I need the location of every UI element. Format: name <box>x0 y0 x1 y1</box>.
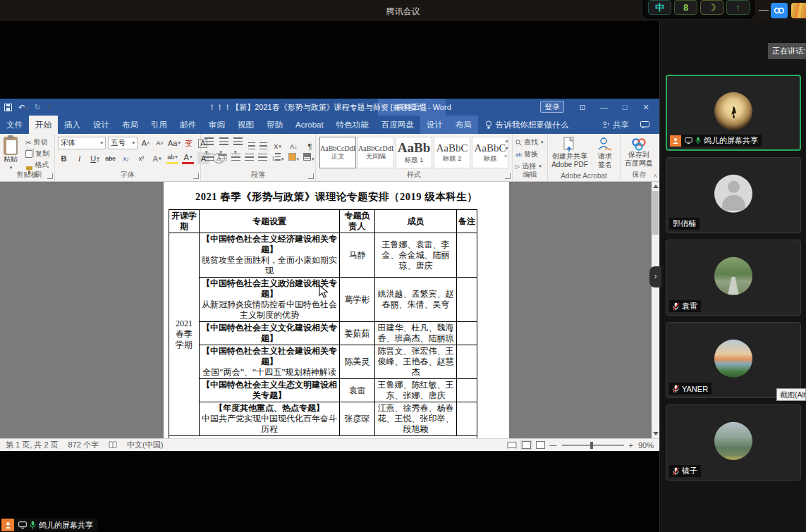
minimize-icon[interactable]: — <box>759 4 769 15</box>
style-heading1[interactable]: AaBb 标题 1 <box>396 137 432 168</box>
participant-tile[interactable]: 镜子 <box>666 404 801 481</box>
tab-review[interactable]: 审阅 <box>202 116 231 134</box>
tab-view[interactable]: 视图 <box>231 116 260 134</box>
text-effects-button[interactable]: A▾ <box>151 152 163 164</box>
zoom-level[interactable]: 90% <box>638 441 654 450</box>
baidu-save-button[interactable]: 保存到 百度网盘 <box>623 137 655 168</box>
style-scroll-up-icon[interactable]: ▲ <box>504 138 509 143</box>
change-case-button[interactable]: Aa▾ <box>168 137 181 149</box>
style-scroll-down-icon[interactable]: ▼ <box>504 146 509 151</box>
tab-special-features[interactable]: 特色功能 <box>330 116 375 134</box>
scroll-down-icon[interactable] <box>653 432 659 435</box>
tab-acrobat[interactable]: Acrobat <box>289 116 330 134</box>
styles-dialog-launcher-icon[interactable] <box>505 173 511 179</box>
word-scrollbar[interactable] <box>652 182 659 438</box>
tell-me-box[interactable]: 告诉我你想要做什么 <box>478 116 576 134</box>
participant-tile[interactable]: 袁雷 <box>666 240 801 316</box>
sidebar-collapse-handle[interactable]: › <box>649 266 661 287</box>
align-justify-icon[interactable] <box>245 154 254 161</box>
increase-indent-icon[interactable] <box>259 142 267 150</box>
scroll-up-icon[interactable] <box>653 185 659 188</box>
font-size-combo[interactable]: 五号▾ <box>108 137 138 149</box>
tab-design[interactable]: 设计 <box>87 116 116 134</box>
zoom-slider-thumb[interactable] <box>590 442 593 449</box>
tab-insert[interactable]: 插入 <box>58 116 87 134</box>
copy-button[interactable]: 复制 <box>25 149 54 159</box>
highlight-button[interactable]: ab▾ <box>166 152 178 164</box>
redo-icon[interactable]: ↻ <box>35 103 41 112</box>
asian-layout-button[interactable]: X▾ <box>271 140 283 152</box>
login-button[interactable]: 登录 <box>540 101 564 113</box>
strikethrough-button[interactable]: abc <box>104 152 116 164</box>
paragraph-dialog-launcher-icon[interactable] <box>308 173 314 179</box>
print-layout-icon[interactable] <box>522 441 531 449</box>
tab-baidu-netdisk[interactable]: 百度网盘 <box>375 116 420 134</box>
tray-app-icon[interactable] <box>771 3 788 18</box>
decrease-indent-icon[interactable] <box>248 142 256 150</box>
comment-icon[interactable] <box>640 121 649 129</box>
participant-tile[interactable]: 鸽儿的屏幕共享 <box>666 75 801 151</box>
sort-button[interactable]: A↓ <box>288 140 300 152</box>
overlay-key-moon[interactable]: ☽ <box>700 0 723 15</box>
phonetic-guide-button[interactable]: 变 <box>183 137 195 149</box>
tab-home[interactable]: 开始 <box>29 116 58 134</box>
read-mode-icon[interactable] <box>507 441 517 449</box>
collapse-ribbon-icon[interactable]: ˄ <box>654 173 657 180</box>
zoom-slider[interactable] <box>562 445 624 446</box>
word-maximize-icon[interactable]: □ <box>615 99 635 116</box>
find-button[interactable]: 查找▾ <box>515 137 544 147</box>
align-right-icon[interactable] <box>231 154 240 161</box>
tab-table-layout[interactable]: 布局 <box>449 116 478 134</box>
tab-file[interactable]: 文件 <box>0 116 29 134</box>
font-name-combo[interactable]: 宋体▾ <box>58 137 106 149</box>
proofing-book-icon[interactable] <box>109 441 117 449</box>
language-indicator[interactable]: 中文(中国) <box>127 440 163 450</box>
zoom-out-icon[interactable]: — <box>550 441 557 449</box>
word-minimize-icon[interactable]: — <box>594 99 613 116</box>
clipboard-dialog-launcher-icon[interactable] <box>47 173 53 179</box>
style-normal[interactable]: AaBbCcDdI 正文 <box>319 137 356 168</box>
tab-layout[interactable]: 布局 <box>116 116 145 134</box>
replace-button[interactable]: ab 替换 <box>515 149 544 159</box>
style-title[interactable]: AaBbC 标题 <box>472 137 508 168</box>
save-icon[interactable] <box>4 104 12 111</box>
share-button[interactable]: 共享 <box>602 120 629 130</box>
cut-button[interactable]: ✂剪切 <box>25 137 54 147</box>
align-left-icon[interactable] <box>204 154 214 161</box>
qat-customize-icon[interactable]: ▾ <box>48 104 51 110</box>
scrollbar-thumb[interactable] <box>652 191 659 235</box>
tab-help[interactable]: 帮助 <box>260 116 289 134</box>
subscript-button[interactable]: x₂ <box>120 152 132 164</box>
tab-table-design[interactable]: 设计 <box>420 116 449 134</box>
request-sign-button[interactable]: 请求 签名 <box>592 137 618 169</box>
shrink-font-button[interactable]: A˅ <box>154 137 166 149</box>
borders-button[interactable]: ▾ <box>303 153 315 162</box>
web-layout-icon[interactable] <box>536 441 545 449</box>
paste-button[interactable]: 粘贴▾ <box>4 137 18 172</box>
underline-button[interactable]: U▾ <box>89 152 101 164</box>
participant-tile[interactable]: 郭俏楠 <box>666 157 801 233</box>
create-pdf-button[interactable]: 创建并共享 Adobe PDF <box>549 137 590 169</box>
participant-tile[interactable]: YANER <box>666 322 801 398</box>
word-count[interactable]: 872 个字 <box>68 440 99 450</box>
distribute-icon[interactable] <box>258 154 267 161</box>
overlay-key-1[interactable]: 中 <box>648 0 671 15</box>
zoom-in-icon[interactable]: + <box>629 441 633 450</box>
overlay-key-2[interactable]: 8 <box>674 0 697 15</box>
show-marks-button[interactable]: ¶ <box>304 140 316 152</box>
overlay-key-arrow[interactable]: ↑ <box>726 0 750 15</box>
style-gallery-more-icon[interactable]: ≡ <box>504 154 509 159</box>
align-center-icon[interactable] <box>218 154 227 161</box>
tab-references[interactable]: 引用 <box>145 116 173 134</box>
italic-button[interactable]: I <box>73 152 85 164</box>
grow-font-button[interactable]: A˄ <box>140 137 152 149</box>
shading-button[interactable]: ▾ <box>288 153 300 162</box>
ribbon-options-icon[interactable]: ⊡ <box>573 99 592 116</box>
tab-mailings[interactable]: 邮件 <box>173 116 202 134</box>
style-no-spacing[interactable]: AaBbCcDdI 无间隔 <box>358 137 394 168</box>
tray-edge-icon[interactable] <box>791 3 806 18</box>
line-spacing-button[interactable]: ↕▾ <box>271 153 284 162</box>
undo-icon[interactable]: ↶▾ <box>18 103 28 112</box>
bold-button[interactable]: B <box>58 152 70 164</box>
font-dialog-launcher-icon[interactable] <box>193 173 199 179</box>
